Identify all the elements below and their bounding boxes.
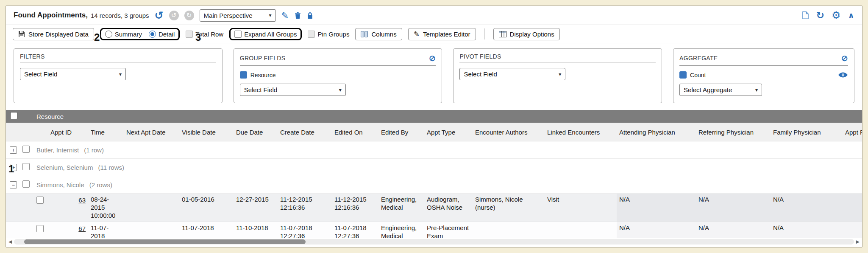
summary-radio[interactable]: Summary — [105, 31, 142, 38]
expand-group-icon[interactable]: + — [10, 146, 17, 154]
column-header-time[interactable]: Time — [88, 123, 124, 141]
scrollbar-thumb[interactable] — [24, 239, 306, 244]
chevron-down-icon: ▾ — [269, 12, 272, 18]
perspective-select[interactable]: Main Perspective ▾ — [200, 9, 276, 22]
group-field-label: Resource — [250, 72, 276, 79]
group-checkbox[interactable] — [22, 146, 30, 153]
expand-all-groups-label: Expand All Groups — [244, 31, 297, 38]
history-forward-icon[interactable]: ↻ — [184, 11, 194, 20]
refresh-icon[interactable]: ↻ — [816, 11, 824, 20]
horizontal-scrollbar: ◀ ▶ — [8, 238, 860, 245]
export-document-icon[interactable] — [802, 11, 809, 20]
aggregate-panel-header: AGGREGATE ⊘ — [679, 53, 848, 66]
aggregate-select[interactable]: Select Aggregate ▾ — [679, 84, 762, 96]
cell-encounter-authors — [473, 222, 545, 238]
main-panel: Found Appointments, 14 records, 3 groups… — [6, 6, 862, 247]
cell-edited-on: 11-12-2015 12:16:36 — [332, 194, 378, 222]
column-header-create-date[interactable]: Create Date — [278, 123, 332, 141]
cell-next-apt-date — [124, 194, 179, 222]
pivot-field-value: Select Field — [464, 70, 497, 78]
column-header-appt-id[interactable]: Appt ID — [34, 123, 88, 141]
remove-field-icon[interactable]: − — [240, 71, 247, 79]
aggregate-field-label: Count — [690, 72, 706, 79]
store-displayed-data-button[interactable]: Store Displayed Data — [13, 28, 94, 40]
display-options-label: Display Options — [510, 31, 554, 38]
clear-group-fields-icon[interactable]: ⊘ — [429, 53, 436, 63]
column-header-visible-date[interactable]: Visible Date — [179, 123, 234, 141]
scrollbar-track[interactable] — [14, 239, 854, 245]
page-title: Found Appointments, — [14, 11, 88, 20]
appt-id-link[interactable]: 63 — [78, 197, 86, 205]
cell-next-apt-date — [124, 222, 179, 238]
cell-edited-by: Engineering, Medical — [378, 222, 424, 238]
lock-icon[interactable] — [307, 12, 313, 19]
field-panels: FILTERS Select Field ▾ GROUP FIELDS ⊘ − … — [6, 43, 862, 110]
cell-edited-by: Engineering, Medical — [378, 194, 424, 222]
detail-radio[interactable]: Detail — [149, 31, 175, 38]
display-options-button[interactable]: Display Options — [493, 28, 560, 40]
filters-field-value: Select Field — [24, 70, 57, 78]
row-checkbox[interactable] — [36, 197, 44, 204]
scroll-right-icon[interactable]: ▶ — [856, 239, 860, 245]
cell-referring-physician: N/A — [696, 194, 771, 222]
pivot-fields-title: PIVOT FIELDS — [459, 53, 501, 60]
cell-create-date: 11-07-2018 12:27:36 — [278, 222, 332, 238]
column-header-appt-type[interactable]: Appt Type — [424, 123, 473, 141]
column-header-family-physician[interactable]: Family Physician — [771, 123, 843, 141]
eye-icon[interactable] — [838, 72, 848, 78]
edit-perspective-icon[interactable]: ✎ — [281, 11, 289, 20]
table-grid-icon — [499, 31, 506, 37]
column-header-due-date[interactable]: Due Date — [234, 123, 278, 141]
pivot-field-select[interactable]: Select Field ▾ — [459, 68, 565, 80]
select-all-checkbox[interactable] — [10, 112, 17, 119]
column-header-encounter-authors[interactable]: Encounter Authors — [473, 123, 545, 141]
group-row-selenium: + Selenium, Selenium (11 rows) — [6, 159, 862, 176]
header-bar: Found Appointments, 14 records, 3 groups… — [6, 6, 862, 25]
undo-icon[interactable]: ↺ — [155, 10, 164, 21]
filters-panel: FILTERS Select Field ▾ — [14, 48, 223, 103]
group-checkbox[interactable] — [22, 180, 30, 188]
delete-perspective-icon[interactable] — [294, 12, 301, 19]
cell-visible-date: 01-05-2016 — [179, 194, 234, 222]
templates-editor-label: Templates Editor — [423, 31, 470, 38]
group-checkbox[interactable] — [22, 163, 30, 170]
templates-editor-button[interactable]: ✎ Templates Editor — [408, 28, 476, 40]
total-row-checkbox[interactable]: Total Row — [186, 31, 223, 38]
column-header-edited-by[interactable]: Edited By — [378, 123, 424, 141]
column-header-linked-encounters[interactable]: Linked Encounters — [545, 123, 617, 141]
column-header-attending-physician[interactable]: Attending Physician — [617, 123, 696, 141]
cell-appt-type: Audiogram, OSHA Noise — [424, 194, 473, 222]
row-checkbox[interactable] — [36, 225, 44, 232]
cell-family-physician: N/A — [771, 194, 843, 222]
toolbar: Store Displayed Data Summary Detail Tota… — [6, 25, 862, 43]
store-displayed-data-label: Store Displayed Data — [28, 31, 89, 38]
pin-groups-checkbox[interactable]: Pin Groups — [308, 31, 349, 38]
cell-attending-physician: N/A — [617, 194, 696, 222]
expand-all-groups-checkbox[interactable]: Expand All Groups — [234, 31, 297, 38]
cell-linked-encounters: Visit — [545, 194, 617, 222]
cell-appt-type: Pre-Placement Exam — [424, 222, 473, 238]
collapse-panel-icon[interactable]: ∧ — [848, 11, 854, 20]
group-field-select[interactable]: Select Field ▾ — [240, 84, 346, 96]
filters-field-select[interactable]: Select Field ▾ — [20, 68, 126, 80]
clear-aggregate-icon[interactable]: ⊘ — [841, 53, 848, 63]
history-back-icon[interactable]: ↺ — [169, 11, 179, 20]
group-row-simmons: − Simmons, Nicole (2 rows) — [6, 176, 862, 194]
appointments-table: Resource Appt ID Time Next Apt Date Visi… — [6, 110, 862, 238]
group-field-item: − Resource — [240, 71, 436, 79]
page: { "colors": { "accent": "#2a6fba", "grou… — [0, 0, 868, 253]
aggregate-field-item: − Count — [679, 71, 848, 79]
collapse-group-icon[interactable]: − — [10, 181, 17, 188]
gear-icon[interactable]: ⚙ — [832, 10, 841, 20]
scroll-left-icon[interactable]: ◀ — [8, 239, 12, 245]
column-header-referring-physician[interactable]: Referring Physician — [696, 123, 771, 141]
aggregate-title: AGGREGATE — [679, 55, 718, 62]
appt-id-link[interactable]: 67 — [78, 225, 86, 233]
column-header-edited-on[interactable]: Edited On — [332, 123, 378, 141]
remove-field-icon[interactable]: − — [679, 71, 687, 79]
chevron-down-icon: ▾ — [755, 87, 758, 93]
columns-button[interactable]: Columns — [355, 28, 402, 40]
cell-visible-date: 11-07-2018 — [179, 222, 234, 238]
column-header-appt-reason[interactable]: Appt Re — [843, 123, 862, 141]
column-header-next-apt-date[interactable]: Next Apt Date — [124, 123, 179, 141]
